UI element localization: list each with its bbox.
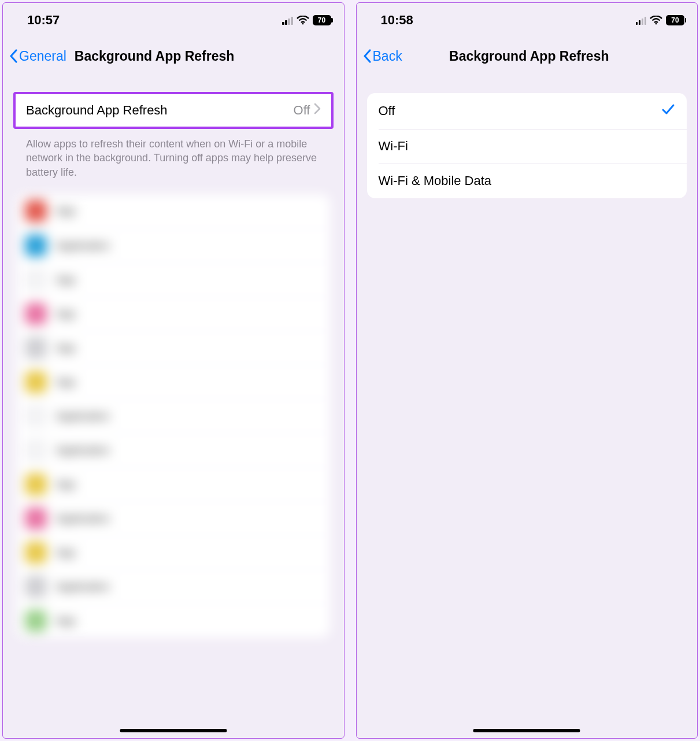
row-value: Off — [294, 103, 310, 118]
checkmark-icon — [661, 103, 675, 119]
battery-icon: 70 — [666, 15, 684, 25]
chevron-right-icon — [314, 103, 321, 118]
option-off[interactable]: Off — [367, 93, 687, 129]
status-time: 10:57 — [27, 13, 60, 28]
cellular-icon — [282, 16, 293, 25]
wifi-icon — [297, 16, 309, 25]
option-label: Wi-Fi & Mobile Data — [379, 173, 676, 188]
option-wifi-mobile[interactable]: Wi-Fi & Mobile Data — [367, 164, 687, 198]
cellular-icon — [636, 16, 647, 25]
page-title: Background App Refresh — [75, 49, 234, 64]
options-group: Off Wi-Fi Wi-Fi & Mobile Data — [367, 93, 687, 198]
battery-level: 70 — [671, 16, 679, 24]
row-label: Background App Refresh — [26, 103, 294, 118]
back-button[interactable]: Back — [362, 48, 402, 64]
back-label: Back — [373, 49, 402, 64]
status-time: 10:58 — [381, 13, 413, 28]
page-title: Background App Refresh — [361, 49, 698, 64]
wifi-icon — [650, 16, 662, 25]
option-wifi[interactable]: Wi-Fi — [367, 129, 687, 164]
bar-settings-row[interactable]: Background App Refresh Off — [16, 94, 331, 127]
home-indicator[interactable] — [473, 729, 580, 732]
battery-icon: 70 — [313, 15, 331, 25]
highlighted-row: Background App Refresh Off — [13, 92, 334, 129]
section-footer: Allow apps to refresh their content when… — [3, 129, 344, 179]
phone-left: 10:57 70 General Background App Refresh … — [2, 2, 345, 739]
nav-header: Back Background App Refresh — [357, 34, 698, 70]
nav-header: General Background App Refresh — [3, 34, 344, 70]
svg-point-1 — [655, 23, 657, 25]
status-icons: 70 — [636, 15, 685, 25]
option-label: Off — [379, 103, 662, 118]
chevron-left-icon — [362, 48, 373, 64]
phone-right: 10:58 70 Back Background App Refresh Off… — [356, 2, 698, 739]
home-indicator[interactable] — [120, 729, 227, 732]
status-bar: 10:58 70 — [357, 3, 698, 34]
app-list-blurred: App Application App App App App Applicat… — [17, 194, 330, 638]
option-label: Wi-Fi — [379, 139, 676, 154]
svg-point-0 — [302, 23, 303, 25]
back-label: General — [19, 49, 66, 64]
back-button[interactable]: General — [9, 48, 66, 64]
chevron-left-icon — [9, 48, 19, 64]
battery-level: 70 — [318, 16, 325, 24]
status-icons: 70 — [282, 15, 331, 25]
status-bar: 10:57 70 — [3, 3, 344, 34]
